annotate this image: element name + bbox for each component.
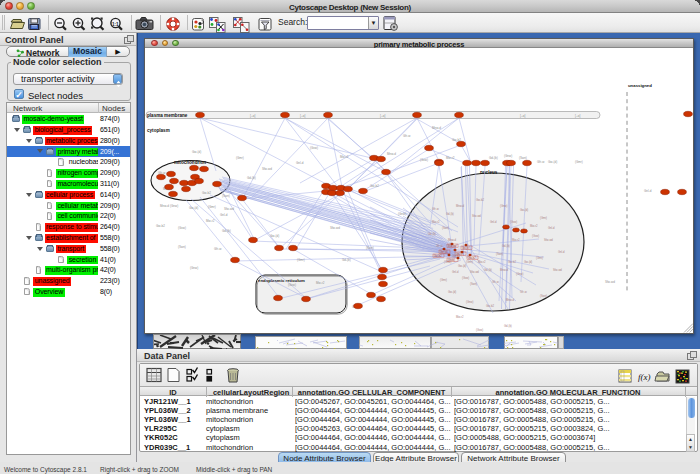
svg-text:Mnw-d: Mnw-d — [456, 204, 465, 208]
svg-text:nucleus: nucleus — [480, 170, 498, 175]
svg-text:Gd-(b): Gd-(b) — [247, 176, 256, 180]
svg-text:(Gmr): (Gmr) — [540, 216, 547, 220]
svg-text:Gfr-w: Gfr-w — [214, 247, 222, 251]
svg-text:Gw-b2: Gw-b2 — [434, 254, 442, 258]
svg-text:Gw-b2: Gw-b2 — [486, 304, 494, 308]
svg-text:(Gmr): (Gmr) — [466, 260, 473, 264]
svg-text:Mnw-d: Mnw-d — [387, 152, 396, 156]
svg-text:Gw-b2: Gw-b2 — [156, 224, 165, 228]
svg-text:Mw-r2: Mw-r2 — [456, 315, 464, 319]
svg-text:[--o]: [--o] — [575, 114, 581, 118]
svg-text:(Gnw): (Gnw) — [170, 204, 178, 208]
svg-text:(Gnw): (Gnw) — [398, 212, 406, 216]
svg-text:Mnw-d: Mnw-d — [506, 298, 515, 302]
svg-text:Gw-b2: Gw-b2 — [476, 198, 484, 202]
svg-text:Gnl-d: Gnl-d — [452, 270, 459, 274]
svg-text:(Gvw): (Gvw) — [288, 283, 296, 287]
svg-text:(Gnw): (Gnw) — [504, 154, 512, 158]
svg-text:(Gvw): (Gvw) — [178, 226, 186, 230]
svg-text:Mw-r2: Mw-r2 — [432, 220, 440, 224]
svg-text:(Gmr): (Gmr) — [536, 256, 543, 260]
svg-text:mitochondrion: mitochondrion — [174, 160, 206, 165]
svg-text:(Swn): (Swn) — [178, 245, 186, 249]
svg-text:(Gvw): (Gvw) — [420, 158, 428, 162]
svg-text:Gnl-d: Gnl-d — [220, 213, 228, 217]
svg-text:Mnw-d: Mnw-d — [500, 268, 509, 272]
svg-text:Gw-b2: Gw-b2 — [468, 256, 476, 260]
svg-text:Gw-(d): Gw-(d) — [440, 250, 448, 254]
svg-text:(Gvw): (Gvw) — [510, 220, 517, 224]
svg-text:Gnl-d: Gnl-d — [548, 226, 555, 230]
svg-text:unassigned: unassigned — [628, 83, 652, 88]
svg-text:(Gmr): (Gmr) — [236, 156, 244, 160]
svg-text:(Gnw): (Gnw) — [516, 272, 523, 276]
svg-text:[--o]: [--o] — [250, 114, 256, 118]
svg-text:Gd-(b): Gd-(b) — [428, 232, 436, 236]
svg-text:Gfr-w: Gfr-w — [520, 290, 527, 294]
svg-text:Mnw-d: Mnw-d — [432, 126, 441, 130]
svg-text:Gw-(d): Gw-(d) — [192, 150, 201, 154]
svg-text:Gfr-w: Gfr-w — [436, 244, 443, 248]
svg-text:Gw-b2: Gw-b2 — [508, 260, 516, 264]
svg-text:(Gvw): (Gvw) — [310, 146, 318, 150]
svg-text:Gw-(d): Gw-(d) — [458, 264, 466, 268]
svg-text:Gd-(b): Gd-(b) — [504, 324, 512, 328]
svg-text:(Swn): (Swn) — [222, 194, 230, 198]
svg-text:Gfr-w: Gfr-w — [403, 134, 411, 138]
svg-text:(Swn): (Swn) — [540, 294, 547, 298]
svg-text:Gfr-w: Gfr-w — [537, 160, 545, 164]
svg-text:Gnl-d: Gnl-d — [296, 161, 304, 165]
svg-text:Mw-r2: Mw-r2 — [206, 219, 215, 223]
svg-text:Sfw-wd: Sfw-wd — [224, 207, 234, 211]
svg-text:Gw-(d): Gw-(d) — [448, 290, 456, 294]
svg-text:(Gmr): (Gmr) — [208, 205, 216, 209]
svg-text:(Gmr): (Gmr) — [440, 278, 447, 282]
svg-text:Gnl-d: Gnl-d — [644, 189, 652, 193]
svg-text:(Gvw): (Gvw) — [532, 234, 539, 238]
svg-text:(Swn): (Swn) — [442, 226, 449, 230]
svg-text:(Swn): (Swn) — [496, 252, 503, 256]
svg-text:Gnl-d: Gnl-d — [490, 220, 497, 224]
svg-text:(Gvw): (Gvw) — [476, 328, 483, 332]
svg-text:Gw-(d): Gw-(d) — [189, 206, 198, 210]
svg-text:Gd-(b): Gd-(b) — [222, 229, 231, 233]
svg-text:[--o]: [--o] — [300, 114, 306, 118]
svg-text:(Gvw): (Gvw) — [462, 276, 469, 280]
svg-text:Gd-(b): Gd-(b) — [502, 244, 510, 248]
svg-text:(Swn): (Swn) — [366, 246, 374, 250]
svg-text:Sfw-wd: Sfw-wd — [262, 167, 272, 171]
svg-text:Gd-(b): Gd-(b) — [446, 212, 454, 216]
svg-text:Mnw-d: Mnw-d — [160, 204, 169, 208]
svg-text:Sfw-wd: Sfw-wd — [553, 268, 562, 272]
svg-text:(Gnw): (Gnw) — [466, 300, 473, 304]
svg-text:1:1: 1:1 — [112, 22, 119, 27]
svg-text:(Gnw): (Gnw) — [500, 204, 507, 208]
svg-text:Sfw-wd: Sfw-wd — [472, 214, 481, 218]
svg-text:Gfr-w: Gfr-w — [432, 207, 439, 211]
svg-text:cytoplasm: cytoplasm — [147, 128, 170, 133]
svg-text:(Gnw): (Gnw) — [190, 266, 198, 270]
svg-text:Mw-r2: Mw-r2 — [478, 260, 486, 264]
svg-text:(Swn): (Swn) — [470, 282, 477, 286]
svg-text:plasma membrane: plasma membrane — [147, 113, 188, 118]
svg-text:Gw-(d): Gw-(d) — [524, 260, 532, 264]
svg-text:[--o]: [--o] — [520, 114, 526, 118]
svg-text:Gw-b2: Gw-b2 — [370, 184, 379, 188]
svg-text:Gw-b2: Gw-b2 — [202, 191, 211, 195]
svg-text:Gd-(b): Gd-(b) — [489, 156, 498, 160]
svg-text:Gnl-d: Gnl-d — [558, 250, 565, 254]
svg-text:Mw-r2: Mw-r2 — [446, 156, 455, 160]
svg-text:Mw-r2: Mw-r2 — [316, 281, 325, 285]
svg-text:Mnw-d: Mnw-d — [448, 238, 457, 242]
svg-text:(Gvw): (Gvw) — [448, 258, 455, 262]
svg-text:[--o]: [--o] — [380, 114, 386, 118]
svg-text:Gw-(d): Gw-(d) — [520, 208, 528, 212]
svg-text:Gfr-w: Gfr-w — [492, 280, 499, 284]
svg-text:Sfw-wd: Sfw-wd — [544, 238, 553, 242]
svg-text:Gw-(d): Gw-(d) — [548, 160, 557, 164]
svg-text:Sfw-wd: Sfw-wd — [605, 280, 615, 284]
svg-text:Gd-(b): Gd-(b) — [462, 246, 470, 250]
svg-text:Sfw-wd: Sfw-wd — [330, 226, 340, 230]
svg-text:(Swn): (Swn) — [519, 156, 527, 160]
svg-text:(Gmr): (Gmr) — [297, 258, 305, 262]
